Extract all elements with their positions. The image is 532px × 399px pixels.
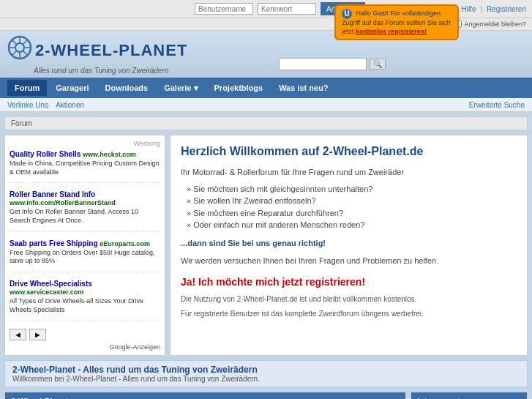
ad-desc-1: Made in China, Competitive Pricing Custo… [10,160,160,176]
nav-item-forum[interactable]: Forum [7,80,47,96]
forum-left-expand-button[interactable]: ▲ [388,395,400,400]
bullet-1: » Sie möchten sich mit gleichgesinnten u… [187,183,517,195]
password-input[interactable] [258,3,316,15]
ad-desc-2: Get Info On Roller Banner Stand. Access … [10,208,160,225]
breadcrumb-text: Forum [11,119,32,127]
nav-item-galerie[interactable]: Galerie ▾ [157,80,205,97]
site-subtitle: Willkommen bei 2-Wheel-Planet - Alles ru… [12,375,520,383]
forum-left-header: 2-Wheel-Planet ▲ [5,392,405,400]
forum-left-panel: 2-Wheel-Planet ▲ 📰 News Alle Neuigkeiten… [4,392,406,400]
ad-item-2: Roller Banner Stand Info www.Info.com/Ro… [10,190,160,231]
welcome-middle: Wir werden versuchen Ihnen bei Ihren Fra… [181,255,517,267]
logo-text-label: 2-WHEEL-PLANET [35,41,187,60]
subnav-erweiterte-suche[interactable]: Erweiterte Suche [469,101,525,109]
forum-row: 2-Wheel-Planet ▲ 📰 News Alle Neuigkeiten… [4,392,528,400]
welcome-cta[interactable]: Ja! Ich möchte mich jetzt registrieren! [181,275,517,290]
bullet-2: » Sie wollen Ihr Zweirad entfosseln? [187,195,517,207]
subnav-aktionen[interactable]: Aktionen [56,101,84,109]
subnav-verlinke[interactable]: Verlinke Uns [7,101,48,109]
forum-right-panel: Interessantes ▲ Ersatzteile SUZUKI Motor… [411,392,528,400]
ad-title-1[interactable]: Quality Roller Shells www.heckst.com [10,150,160,158]
ad-item-1: Quality Roller Shells www.heckst.com Mad… [10,150,160,183]
ads-panel: Werbung Quality Roller Shells www.heckst… [4,135,165,356]
ad-url-2: www.Info.com/RollerBannerStand [10,199,116,206]
register-link[interactable]: Registrieren [487,5,526,13]
header-search-input[interactable] [279,58,367,70]
site-title: 2-Wheel-Planet - Alles rund um das Tunin… [12,365,520,375]
forum-right-expand-button[interactable]: ▲ [509,395,521,400]
header-search: 🔍 [279,58,386,70]
ad-title-2[interactable]: Roller Banner Stand Info www.Info.com/Ro… [10,190,160,206]
svg-line-8 [23,40,28,45]
svg-line-9 [12,51,17,56]
logo-icon [7,35,32,65]
ads-next-button[interactable]: ► [29,329,46,340]
nav-item-projektblogs[interactable]: Projektblogs [207,80,271,96]
nav-item-downloads[interactable]: Downloads [97,80,155,96]
ad-item-4: Drive Wheel-Specialists www.servicecaste… [10,280,160,321]
ads-label: Werbung [10,140,160,147]
logo-tagline: Alles rund um das Tuning von Zweirädern [7,67,525,75]
header-search-button[interactable]: 🔍 [370,59,386,70]
remember-label: Angemeldet bleiben? [464,20,526,28]
ad-item-3: Saab parts Free Shipping eEuroparts.com … [10,239,160,272]
ads-prev-button[interactable]: ◄ [10,329,26,340]
welcome-intro: Ihr Motorrad- & Rollerforum für Ihre Fra… [181,166,517,179]
remember-row: Angemeldet bleiben? [454,20,526,28]
svg-line-6 [12,40,17,45]
sub-nav: Verlinke Uns Aktionen Erweiterte Suche [0,98,532,112]
ads-nav: ◄ ► [10,329,160,340]
welcome-tagline: ...dann sind Sie bei uns genau richtig! [181,237,517,250]
bullet-3: » Sie möchten eine Reparatur durchführen… [187,207,517,220]
breadcrumb: Forum [4,116,528,130]
ad-url-4: www.servicecaster.com [10,288,83,296]
welcome-bullets: » Sie möchten sich mit gleichgesinnten u… [181,183,517,231]
welcome-footer1: Die Nutzung von 2-Wheel-Planet.de ist un… [181,294,517,305]
nav-item-garageri[interactable]: Garageri [48,80,96,96]
svg-line-7 [23,51,28,56]
forum-left-title: 2-Wheel-Planet [11,397,69,400]
ad-url-3: eEuroparts.com [100,240,150,247]
content-area: Forum Werbung Quality Roller Shells www.… [0,112,532,399]
username-input[interactable] [195,3,253,15]
forum-right-header: Interessantes ▲ [411,392,527,400]
help-link[interactable]: Hilfe [461,5,476,13]
ad-url-1: www.heckst.com [83,151,136,158]
ad-desc-4: All Types of Drive Wheels-all Sizes Your… [10,297,160,314]
user-icon: U [342,9,352,19]
nav-item-wasneu[interactable]: Was ist neu? [271,80,335,96]
welcome-heading: Herzlich Willkommen auf 2-Wheel-Planet.d… [181,143,517,160]
welcome-panel: Herzlich Willkommen auf 2-Wheel-Planet.d… [170,135,528,356]
forum-right-title: Interessantes [417,397,469,400]
main-row: Werbung Quality Roller Shells www.heckst… [4,135,528,356]
ad-title-3[interactable]: Saab parts Free Shipping eEuroparts.com [10,239,160,247]
register-cta-link[interactable]: kostenlos registrieren! [356,28,427,35]
google-anzeigen-label: Google-Anzeigen [10,343,160,351]
site-bar: 2-Wheel-Planet - Alles rund um das Tunin… [4,360,528,387]
logo-area: 2-WHEEL-PLANET Alles rund um das Tuning … [7,35,525,75]
welcome-footer2: Für registrierte Benutzer ist das komple… [181,309,517,319]
bullet-4: » Oder einfach nur mit anderen Menschen … [187,219,517,231]
nav-bar: Forum Garageri Downloads Galerie ▾ Proje… [0,78,532,98]
ad-title-4[interactable]: Drive Wheel-Specialists www.servicecaste… [10,280,160,296]
ad-desc-3: Free Shipping on Orders Over $59! Huge c… [10,249,160,266]
top-bar: Anmelden Kennwort vergessen? | Hilfe | R… [0,0,532,18]
notification-bubble: U Hallo Gast! Für vollständigen Zugriff … [334,4,459,40]
